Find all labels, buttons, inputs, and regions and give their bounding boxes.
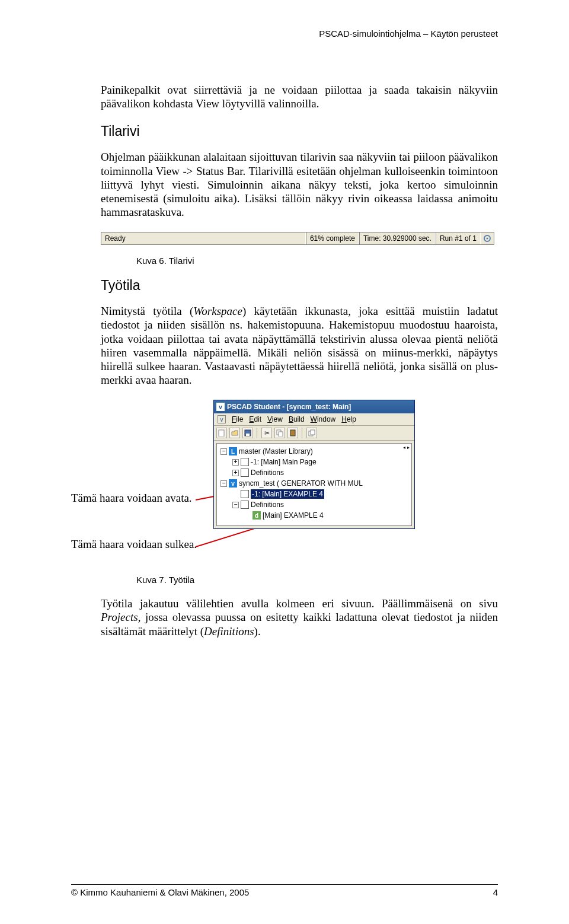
library-icon: L	[229, 447, 237, 455]
paragraph-tilarivi: Ohjelman pääikkunan alalaitaan sijoittuv…	[101, 150, 498, 219]
main-content: Painikepalkit ovat siirrettäviä ja ne vo…	[101, 83, 498, 651]
project-icon: v	[229, 479, 237, 488]
menu-edit[interactable]: Edit	[249, 415, 261, 423]
toolbar-separator	[302, 428, 303, 438]
annotation-close: Tämä haara voidaan sulkea.	[71, 538, 213, 551]
scroll-left-icon[interactable]: ◂	[402, 445, 406, 451]
pscad-window: v PSCAD Student - [syncm_test: Main] v F…	[213, 400, 415, 529]
folder-icon	[241, 501, 249, 509]
tree-label: master (Master Library)	[239, 447, 313, 455]
folder-icon	[241, 469, 249, 477]
text: Työtila jakautuu välilehtien avulla kolm…	[101, 597, 498, 610]
svg-rect-6	[246, 434, 250, 436]
cut-icon[interactable]: ✂	[261, 428, 272, 438]
open-icon[interactable]	[229, 428, 240, 438]
menu-build[interactable]: Build	[289, 415, 305, 423]
svg-rect-11	[311, 430, 315, 435]
tree-label: -1: [Main] EXAMPLE 4	[251, 489, 324, 499]
page-icon	[241, 490, 249, 498]
figure-window-wrap: Tämä haara voidaan avata. Tämä haara voi…	[71, 400, 498, 551]
page-header: PSCAD-simulointiohjelma – Käytön peruste…	[319, 28, 498, 39]
window-titlebar: v PSCAD Student - [syncm_test: Main]	[214, 400, 414, 413]
menu-file[interactable]: File	[232, 415, 243, 423]
text: ).	[254, 625, 261, 638]
save-icon[interactable]	[242, 428, 253, 438]
paragraph-tyotila2: Työtila jakautuu välilehtien avulla kolm…	[101, 597, 498, 638]
text-italic: Definitions	[204, 625, 254, 638]
annotation-open: Tämä haara voidaan avata.	[71, 492, 213, 505]
tree-row-syncm[interactable]: − v syncm_test ( GENERATOR WITH MUL	[218, 478, 410, 489]
definition-icon: d	[252, 511, 261, 520]
paragraph-tyotila: Nimitystä työtila (Workspace) käytetään …	[101, 304, 498, 387]
scroll-right-icon[interactable]: ▸	[406, 445, 410, 451]
statusbar-ready: Ready	[101, 232, 306, 244]
text: , jossa olevassa puussa on esitetty kaik…	[101, 611, 498, 637]
svg-rect-9	[290, 430, 295, 436]
text-italic: Workspace	[193, 305, 242, 317]
paste-icon[interactable]	[287, 428, 298, 438]
svg-point-1	[487, 238, 488, 240]
tree-row-master[interactable]: − L master (Master Library)	[218, 446, 410, 457]
tree-label: syncm_test ( GENERATOR WITH MUL	[239, 479, 363, 488]
text: Nimitystä työtila (	[101, 305, 193, 317]
heading-tilarivi: Tilarivi	[101, 123, 498, 139]
page-number: 4	[493, 887, 498, 897]
copy-icon-2[interactable]	[306, 428, 317, 438]
caption-kuva7: Kuva 7. Työtila	[136, 575, 498, 585]
gear-icon	[481, 234, 494, 243]
menu-help[interactable]: Help	[341, 415, 356, 423]
menubar: v File Edit View Build Window Help	[214, 413, 414, 426]
menu-window[interactable]: Window	[311, 415, 336, 423]
footer-copyright: © Kimmo Kauhaniemi & Olavi Mäkinen, 2005	[71, 887, 249, 897]
tree-pane: ◂ ▸ − L master (Master Library) + -1: [M…	[216, 443, 412, 526]
tree-label: Definitions	[251, 469, 284, 477]
expand-icon[interactable]: +	[232, 459, 239, 466]
app-icon: v	[216, 403, 225, 411]
text-italic: Projects	[101, 611, 138, 623]
tree-row-example4-sel[interactable]: -1: [Main] EXAMPLE 4	[218, 489, 410, 499]
collapse-icon[interactable]: −	[232, 502, 239, 508]
paragraph-intro: Painikepalkit ovat siirrettäviä ja ne vo…	[101, 83, 498, 110]
copy-icon[interactable]	[274, 428, 285, 438]
statusbar-figure: Ready 61% complete Time: 30.929000 sec. …	[101, 232, 494, 245]
annotation-column: Tämä haara voidaan avata. Tämä haara voi…	[71, 400, 213, 551]
menu-view[interactable]: View	[267, 415, 283, 423]
caption-kuva6: Kuva 6. Tilarivi	[136, 256, 498, 266]
toolbar-separator	[257, 428, 258, 438]
tree-label: -1: [Main] Main Page	[251, 458, 317, 466]
toolbar: ✂	[214, 426, 414, 441]
tree-row-mainpage[interactable]: + -1: [Main] Main Page	[218, 457, 410, 467]
page-icon	[241, 458, 249, 466]
statusbar-complete: 61% complete	[306, 232, 359, 244]
tree-row-example4-def[interactable]: d [Main] EXAMPLE 4	[218, 510, 410, 521]
tree-row-defs1[interactable]: + Definitions	[218, 467, 410, 478]
expand-icon[interactable]: +	[232, 470, 239, 476]
window-title: PSCAD Student - [syncm_test: Main]	[227, 403, 351, 411]
statusbar-run: Run #1 of 1	[436, 232, 481, 244]
tree-label: [Main] EXAMPLE 4	[263, 511, 324, 520]
collapse-icon[interactable]: −	[220, 448, 227, 455]
svg-rect-8	[279, 432, 283, 436]
collapse-icon[interactable]: −	[220, 480, 227, 487]
app-menu-icon[interactable]: v	[218, 415, 226, 423]
new-icon[interactable]	[216, 428, 227, 438]
svg-rect-4	[219, 430, 224, 436]
heading-tyotila: Työtila	[101, 278, 498, 294]
page-footer: © Kimmo Kauhaniemi & Olavi Mäkinen, 2005…	[71, 884, 498, 897]
statusbar-time: Time: 30.929000 sec.	[359, 232, 436, 244]
tree-label: Definitions	[251, 501, 284, 509]
tree-row-defs2[interactable]: − Definitions	[218, 499, 410, 510]
